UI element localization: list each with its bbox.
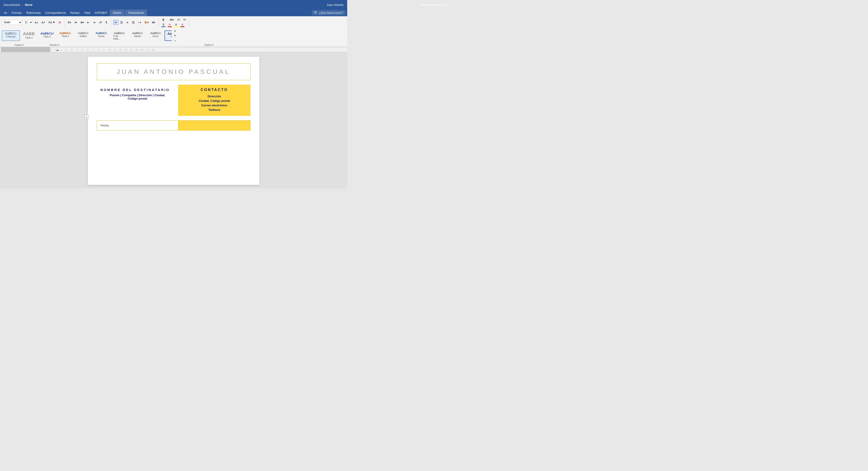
svg-text:5: 5 [82,49,83,51]
styles-scroll-down[interactable]: ▼ [172,33,178,38]
style-titulo2[interactable]: AaBbCci Título 2 [38,31,56,41]
date-cell[interactable]: Fecha [97,121,178,131]
svg-text:3: 3 [71,49,72,51]
tab-referencias[interactable]: Referencias [24,9,43,16]
search-box[interactable]: 🔍 ¿Qué desea hacer? [312,10,345,15]
svg-text:17: 17 [147,49,149,51]
contact-title: CONTACTO [182,88,247,92]
svg-text:1: 1 [61,49,62,51]
underline-button[interactable]: S [160,23,166,28]
user-name: Juan Antonio [327,3,344,6]
style-sinespacio[interactable]: AaBbCc ¶ Sin espa... [110,31,128,41]
contact-address: Dirección [182,95,247,98]
date-table: Fecha [97,120,250,131]
divider-2 [111,18,111,26]
multilevel-list-button[interactable]: ⊞▾ [79,20,85,25]
content-row: NOMBRE DEL DESTINATARIO Puesto | Compañí… [97,85,250,116]
tab-correspondencia[interactable]: Correspondencia [43,9,68,16]
content-table: NOMBRE DEL DESTINATARIO Puesto | Compañí… [97,85,250,116]
ribbon-row1: Gothi 11 A▲ A▼ Aa ▼ A ☰▾ ≡▾ ⊞▾ ⇤ ⇥ ↕A ¶ … [0,16,347,44]
pilcrow-button[interactable]: ¶ [104,20,109,25]
svg-text:14: 14 [130,49,132,51]
svg-text:16: 16 [141,49,143,51]
style-saludo[interactable]: AaBbCc Saludo [128,31,147,41]
contact-email: Correo electrónico [182,104,247,107]
change-case-button[interactable]: Aa ▼ [47,20,57,25]
bold-button[interactable]: S [160,17,166,22]
text-color-button[interactable]: A [180,23,185,28]
style-firma[interactable]: AaBbCc Firma [164,31,172,41]
tab-diseno[interactable]: Diseño [110,9,125,16]
align-right-button[interactable]: ≡ [125,20,130,25]
svg-text:2: 2 [66,49,67,51]
line-spacing-button[interactable]: ↕ ▾ [136,20,143,25]
styles-group: AaBbCc ¶ Normal AABB Título 1 AaBbCci Tí… [2,28,178,43]
font-grow-button[interactable]: A▲ [33,20,40,25]
tab-revisar[interactable]: Revisar [68,9,82,16]
increase-indent-button[interactable]: ⇥ [92,20,97,25]
style-fecha[interactable]: AaBbCc Fecha [92,31,110,41]
font-shrink-button[interactable]: A▼ [40,20,47,25]
parrafo-expand-icon[interactable]: ⧉ [58,44,59,46]
clear-format-button[interactable]: A [57,20,62,25]
justify-button[interactable]: ☰ [131,20,136,25]
recipient-name: NOMBRE DEL DESTINATARIO [100,88,175,92]
tab-formato[interactable]: Formato [9,9,24,16]
styles-expand[interactable]: ≡ [172,38,178,43]
borders-button[interactable]: ⊞▾ [151,20,157,25]
font-size-select[interactable]: 11 [23,20,33,25]
numbered-list-button[interactable]: ≡▾ [73,20,79,25]
styles-scroll-up[interactable]: ▲ [172,29,178,33]
title-separator: - [22,3,23,6]
search-placeholder: ¿Qué desea hacer? [319,11,343,14]
svg-text:9: 9 [103,49,104,51]
date-right-cell[interactable] [178,121,250,131]
italic-button[interactable]: abc [168,17,176,22]
contact-phone: Teléfono [182,108,247,111]
header-table[interactable]: JUAN ANTONIO PASCUAL [97,63,250,80]
fuente-expand-icon[interactable]: ⧉ [22,44,24,46]
svg-text:10: 10 [108,49,111,51]
svg-text:18: 18 [152,49,154,51]
style-normal[interactable]: AaBbCc ¶ Normal [2,31,20,41]
svg-text:-1: -1 [55,49,57,51]
date-row: Fecha [97,121,250,131]
sort-button[interactable]: ↕A [97,20,103,25]
styles-scroll-buttons: ▲ ▼ ≡ [172,28,178,43]
tab-archivo[interactable]: ño [2,9,9,16]
style-titulo3[interactable]: AaBbCc Título 3 [56,31,74,41]
font-name-select[interactable]: Gothi [2,20,22,25]
shading-button[interactable]: 🎨▾ [143,20,150,25]
contact-cell[interactable]: CONTACTO Dirección Ciudad, Código postal… [178,85,250,116]
subscript-button[interactable]: X2 [176,17,181,22]
recipient-cell[interactable]: NOMBRE DEL DESTINATARIO Puesto | Compañí… [97,85,178,116]
font-color-button[interactable]: A [167,23,173,28]
bullet-list-button[interactable]: ☰▾ [66,20,72,25]
styles-list: AaBbCc ¶ Normal AABB Título 1 AaBbCci Tí… [2,31,172,41]
estilos-expand-icon[interactable]: ⧉ [212,44,213,46]
divider-4 [189,18,189,26]
estilos-group-label: Estilos ⧉ [72,44,345,46]
tab-vista[interactable]: Vista [82,9,92,16]
document-area: JUAN ANTONIO PASCUAL ⊕ NOMBRE DEL DESTIN… [0,52,347,189]
align-left-button[interactable]: ≡ [113,20,119,25]
app-name: Word [25,3,32,6]
tab-acrobat[interactable]: ACROBAT [92,9,110,16]
table-move-handle[interactable]: ⊕ [85,115,89,119]
style-grafico[interactable]: AaBbCc Gráfico [74,31,92,41]
style-cierre[interactable]: AaBbCc Cierre [147,31,164,41]
document-page: JUAN ANTONIO PASCUAL ⊕ NOMBRE DEL DESTIN… [88,57,259,185]
parrafo-group-label: Párrafo ⧉ [36,44,72,46]
document-header-title: JUAN ANTONIO PASCUAL [101,68,246,75]
contact-city: Ciudad, Código postal [182,99,247,102]
svg-text:8: 8 [98,49,99,51]
svg-text:6: 6 [87,49,88,51]
style-titulo1[interactable]: AABB Título 1 [20,31,38,41]
align-center-button[interactable]: ☰ [119,20,124,25]
tab-presentacion[interactable]: Presentación [125,9,147,16]
ruler-svg: -2 -1 1 2 3 4 5 6 7 8 9 10 11 12 13 14 1… [50,47,346,52]
superscript-button[interactable]: X2 [182,17,187,22]
ruler: -2 -1 1 2 3 4 5 6 7 8 9 10 11 12 13 14 1… [0,47,347,52]
highlight-color-button[interactable]: A [173,23,179,28]
decrease-indent-button[interactable]: ⇤ [86,20,91,25]
